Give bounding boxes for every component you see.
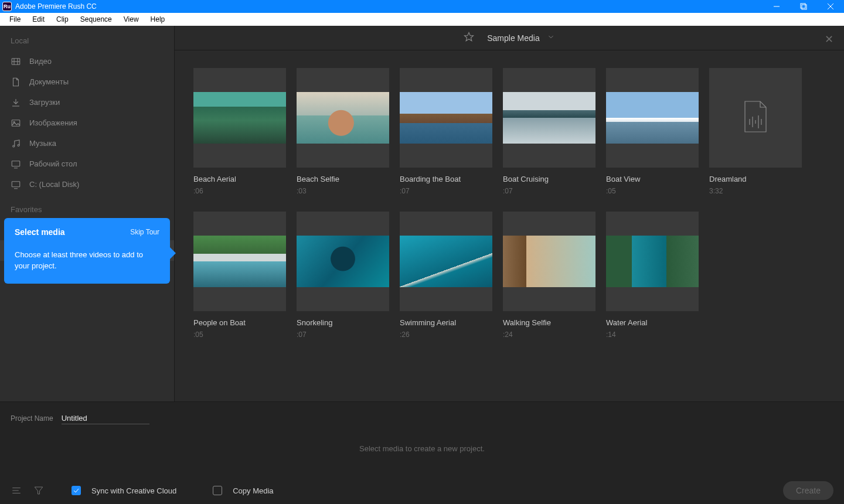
sidebar-item-музыка[interactable]: Музыка [0, 133, 174, 154]
thumbnail-image [193, 236, 286, 287]
media-thumbnail[interactable] [400, 212, 492, 311]
media-title: Swimming Aerial [400, 318, 492, 327]
menu-help[interactable]: Help [145, 13, 171, 25]
svg-rect-11 [12, 120, 20, 126]
thumbnail-image [606, 92, 699, 144]
media-card[interactable]: Swimming Aerial :26 [400, 212, 492, 339]
media-card[interactable]: Boat View :05 [606, 68, 699, 195]
menu-view[interactable]: View [118, 13, 145, 25]
media-duration: :07 [297, 331, 389, 339]
svg-rect-17 [12, 181, 20, 186]
media-title: Beach Aerial [193, 175, 286, 183]
thumbnail-image [503, 236, 595, 287]
media-thumbnail[interactable] [193, 212, 286, 311]
sidebar-item-изображения[interactable]: Изображения [0, 113, 174, 133]
menu-edit[interactable]: Edit [26, 13, 50, 25]
thumbnail-image [606, 236, 699, 287]
app-title: Adobe Premiere Rush CC [15, 2, 97, 11]
media-title: Boarding the Boat [400, 175, 492, 183]
media-card[interactable]: Beach Aerial :06 [193, 68, 286, 195]
menu-clip[interactable]: Clip [50, 13, 74, 25]
sidebar-item-label: Загрузки [29, 98, 60, 107]
media-browser-header: Sample Media ✕ [175, 26, 844, 50]
media-card[interactable]: Walking Selfie :24 [503, 212, 595, 339]
svg-point-13 [13, 145, 15, 147]
document-icon [11, 77, 21, 87]
project-name-input[interactable] [62, 413, 149, 424]
media-card[interactable]: People on Boat :05 [193, 212, 286, 339]
skip-tour-link[interactable]: Skip Tour [130, 228, 159, 236]
close-button[interactable] [817, 0, 844, 13]
media-duration: :26 [400, 331, 492, 339]
sidebar-section-local: Local [0, 36, 174, 51]
media-duration: :05 [606, 187, 699, 195]
media-duration: :24 [503, 331, 595, 339]
media-grid[interactable]: Beach Aerial :06 Beach Selfie :03 Boardi… [175, 50, 844, 401]
media-thumbnail[interactable] [606, 68, 699, 168]
sidebar-item-видео[interactable]: Видео [0, 51, 174, 71]
thumbnail-image [503, 92, 595, 144]
media-duration: :14 [606, 331, 699, 339]
menu-file[interactable]: File [4, 13, 26, 25]
media-card[interactable]: Dreamland 3:32 [709, 68, 802, 195]
chevron-down-icon[interactable] [547, 33, 555, 43]
thumbnail-image [297, 92, 389, 144]
media-thumbnail[interactable] [297, 68, 389, 168]
maximize-button[interactable] [790, 0, 817, 13]
media-folder-title[interactable]: Sample Media [487, 33, 540, 43]
close-panel-button[interactable]: ✕ [825, 33, 833, 46]
media-thumbnail[interactable] [400, 68, 492, 168]
project-name-label: Project Name [11, 414, 53, 423]
media-card[interactable]: Water Aerial :14 [606, 212, 699, 339]
sidebar: Local ВидеоДокументыЗагрузкиИзображенияМ… [0, 26, 175, 401]
sidebar-item-label: Документы [29, 77, 69, 86]
tour-tooltip: Select media Skip Tour Choose at least t… [4, 218, 170, 284]
audio-file-icon [739, 100, 772, 135]
thumbnail-image [297, 236, 389, 287]
tooltip-title: Select media [15, 227, 65, 237]
media-duration: :06 [193, 187, 286, 195]
sidebar-item-документы[interactable]: Документы [0, 71, 174, 92]
media-thumbnail[interactable] [297, 212, 389, 311]
copy-media-checkbox[interactable] [213, 486, 222, 495]
sync-checkbox[interactable] [72, 486, 81, 495]
media-title: Beach Selfie [297, 175, 389, 183]
sidebar-item-загрузки[interactable]: Загрузки [0, 92, 174, 113]
thumbnail-image [400, 92, 492, 144]
filter-icon[interactable] [33, 485, 45, 496]
media-title: Walking Selfie [503, 318, 595, 327]
media-card[interactable]: Boarding the Boat :07 [400, 68, 492, 195]
app-icon: Ru [2, 2, 12, 11]
media-duration: :03 [297, 187, 389, 195]
monitor-icon [11, 179, 21, 190]
sidebar-item-c-local-disk-[interactable]: C: (Local Disk) [0, 174, 174, 195]
minimize-button[interactable] [763, 0, 790, 13]
media-thumbnail[interactable] [606, 212, 699, 311]
media-thumbnail[interactable] [193, 68, 286, 168]
sync-label: Sync with Creative Cloud [91, 486, 176, 495]
media-duration: :05 [193, 331, 286, 339]
titlebar: Ru Adobe Premiere Rush CC [0, 0, 844, 13]
favorite-star-icon[interactable] [464, 32, 474, 45]
thumbnail-image [400, 236, 492, 287]
bottom-hint: Select media to create a new project. [0, 444, 844, 453]
media-thumbnail[interactable] [503, 212, 595, 311]
menubar: File Edit Clip Sequence View Help [0, 13, 844, 26]
media-card[interactable]: Beach Selfie :03 [297, 68, 389, 195]
media-card[interactable]: Snorkeling :07 [297, 212, 389, 339]
media-browser: Sample Media ✕ Beach Aerial :06 Beach Se… [175, 26, 844, 401]
music-icon [11, 138, 21, 149]
media-duration: 3:32 [709, 187, 802, 195]
media-title: Boat View [606, 175, 699, 183]
media-card[interactable]: Boat Cruising :07 [503, 68, 595, 195]
sidebar-item-рабочий-стол[interactable]: Рабочий стол [0, 154, 174, 174]
menu-sequence[interactable]: Sequence [74, 13, 118, 25]
media-thumbnail[interactable] [709, 68, 802, 168]
media-title: Boat Cruising [503, 175, 595, 183]
create-button[interactable]: Create [783, 481, 833, 500]
svg-rect-1 [801, 4, 805, 8]
list-view-icon[interactable] [11, 485, 22, 496]
image-icon [11, 118, 21, 128]
media-thumbnail[interactable] [503, 68, 595, 168]
monitor-icon [11, 159, 21, 169]
